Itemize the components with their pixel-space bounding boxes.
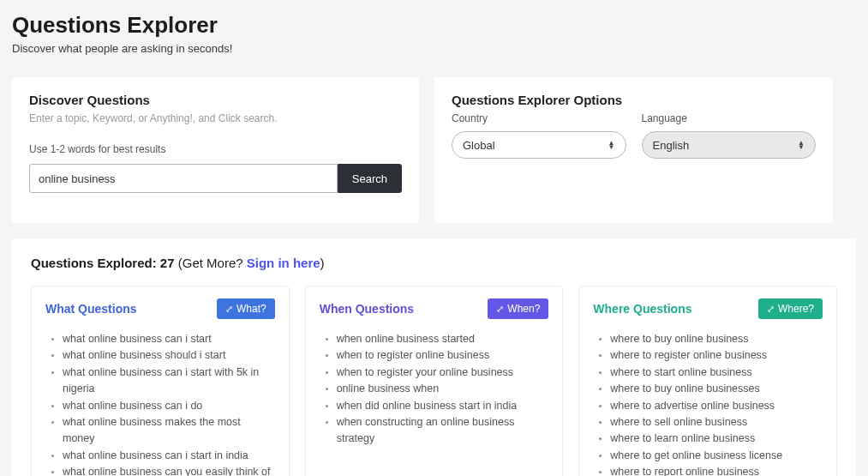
list-item: what online business makes the most mone…: [63, 414, 275, 448]
list-item: what online business can you easily thin…: [63, 464, 275, 476]
list-item: where to buy online businesses: [610, 381, 823, 397]
page-title: Questions Explorer: [12, 12, 856, 39]
chevron-updown-icon: ▲▼: [798, 141, 805, 149]
country-value: Global: [463, 139, 495, 152]
list-item: what online business can i start with 5k…: [63, 365, 275, 398]
language-select[interactable]: English ▲▼: [642, 131, 817, 159]
discover-hint: Use 1-2 words for best results: [29, 143, 402, 155]
expand-icon: ⤢: [767, 304, 775, 315]
country-select[interactable]: Global ▲▼: [452, 131, 626, 159]
list-item: where to buy online business: [610, 331, 823, 347]
sign-in-link[interactable]: Sign in here: [247, 256, 320, 270]
list-item: when to register your online business: [337, 365, 549, 381]
what-card-title: What Questions: [45, 302, 137, 316]
list-item: where to report online business: [610, 464, 823, 476]
list-item: when constructing an online business str…: [337, 414, 549, 448]
list-item: what online business should i start: [63, 347, 275, 364]
discover-panel: Discover Questions Enter a topic, Keywor…: [12, 77, 419, 223]
discover-sub: Enter a topic, Keyword, or Anything!, an…: [29, 112, 402, 124]
list-item: what online business can i start: [63, 331, 275, 347]
list-item: where to advertise online business: [610, 398, 823, 414]
list-item: where to start online business: [610, 365, 823, 381]
expand-icon: ⤢: [496, 304, 504, 315]
list-item: what online business can i start in indi…: [63, 448, 275, 464]
where-card-title: Where Questions: [593, 302, 691, 316]
list-item: online business when: [337, 381, 549, 397]
list-item: when to register online business: [337, 347, 549, 364]
options-panel: Questions Explorer Options Country Globa…: [434, 77, 833, 223]
list-item: where to sell online business: [610, 414, 823, 431]
search-input[interactable]: [29, 164, 338, 193]
when-card-title: When Questions: [320, 302, 414, 316]
what-list: what online business can i startwhat onl…: [52, 331, 275, 476]
where-card: Where Questions ⤢ Where? where to buy on…: [578, 286, 837, 476]
list-item: when online business started: [337, 331, 549, 347]
language-value: English: [653, 139, 690, 152]
country-label: Country: [452, 112, 626, 124]
list-item: what online business can i do: [63, 398, 275, 414]
discover-title: Discover Questions: [29, 93, 402, 107]
search-button[interactable]: Search: [338, 164, 402, 193]
what-card: What Questions ⤢ What? what online busin…: [31, 286, 290, 476]
expand-icon: ⤢: [225, 304, 233, 315]
list-item: where to learn online business: [610, 431, 823, 447]
list-item: where to register online business: [610, 347, 823, 364]
list-item: where to get online business license: [610, 448, 823, 464]
what-expand-button[interactable]: ⤢ What?: [217, 298, 275, 319]
where-list: where to buy online businesswhere to reg…: [600, 331, 823, 476]
results-panel: Questions Explored: 27 (Get More? Sign i…: [12, 238, 856, 476]
results-title: Questions Explored: 27 (Get More? Sign i…: [31, 256, 837, 270]
chevron-updown-icon: ▲▼: [608, 141, 615, 149]
list-item: when did online business start in india: [337, 398, 549, 414]
page-subtitle: Discover what people are asking in secon…: [12, 42, 856, 55]
where-expand-button[interactable]: ⤢ Where?: [758, 298, 823, 319]
when-card: When Questions ⤢ When? when online busin…: [305, 286, 564, 476]
language-label: Language: [642, 112, 817, 124]
options-title: Questions Explorer Options: [452, 93, 816, 107]
when-expand-button[interactable]: ⤢ When?: [488, 298, 548, 319]
when-list: when online business startedwhen to regi…: [326, 331, 549, 448]
